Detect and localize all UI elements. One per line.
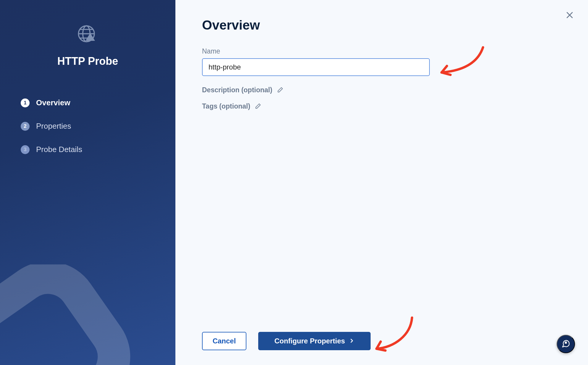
next-label: Configure Properties bbox=[274, 337, 345, 345]
step-label: Overview bbox=[36, 98, 70, 107]
name-input[interactable] bbox=[202, 58, 430, 76]
help-button[interactable]: ? bbox=[557, 335, 575, 353]
description-label: Description (optional) bbox=[202, 86, 272, 94]
close-icon bbox=[565, 11, 574, 20]
configure-properties-button[interactable]: Configure Properties bbox=[258, 332, 371, 350]
wizard-footer: Cancel Configure Properties bbox=[202, 332, 371, 350]
name-label: Name bbox=[202, 47, 430, 55]
description-field[interactable]: Description (optional) bbox=[202, 86, 561, 94]
step-badge: 3 bbox=[21, 145, 30, 154]
help-chat-icon: ? bbox=[561, 339, 570, 349]
sidebar-decoration bbox=[0, 264, 169, 365]
step-badge: 2 bbox=[21, 122, 30, 131]
wizard-sidebar: HTTP Probe 1 Overview 2 Properties 3 Pro… bbox=[0, 0, 175, 365]
cancel-label: Cancel bbox=[213, 337, 236, 345]
svg-rect-5 bbox=[0, 264, 128, 365]
step-badge: 1 bbox=[21, 98, 30, 107]
close-button[interactable] bbox=[563, 9, 576, 22]
globe-warning-icon bbox=[76, 24, 99, 47]
wizard-steps: 1 Overview 2 Properties 3 Probe Details bbox=[0, 91, 175, 161]
tags-label: Tags (optional) bbox=[202, 102, 250, 110]
step-label: Properties bbox=[36, 122, 71, 131]
svg-text:?: ? bbox=[565, 341, 566, 343]
edit-icon bbox=[254, 103, 261, 110]
step-label: Probe Details bbox=[36, 145, 82, 154]
step-overview[interactable]: 1 Overview bbox=[21, 91, 155, 114]
annotation-arrow-bottom bbox=[371, 315, 418, 356]
name-field: Name bbox=[202, 47, 430, 76]
step-properties[interactable]: 2 Properties bbox=[21, 114, 155, 138]
main-panel: Overview Name Description (optional) Tag… bbox=[175, 0, 588, 365]
annotation-arrow-top bbox=[436, 44, 486, 80]
page-title: Overview bbox=[202, 18, 561, 33]
chevron-right-icon bbox=[349, 337, 354, 345]
cancel-button[interactable]: Cancel bbox=[202, 332, 246, 350]
tags-field[interactable]: Tags (optional) bbox=[202, 102, 561, 110]
sidebar-title: HTTP Probe bbox=[57, 55, 118, 67]
step-probe-details[interactable]: 3 Probe Details bbox=[21, 138, 155, 161]
edit-icon bbox=[277, 87, 283, 93]
